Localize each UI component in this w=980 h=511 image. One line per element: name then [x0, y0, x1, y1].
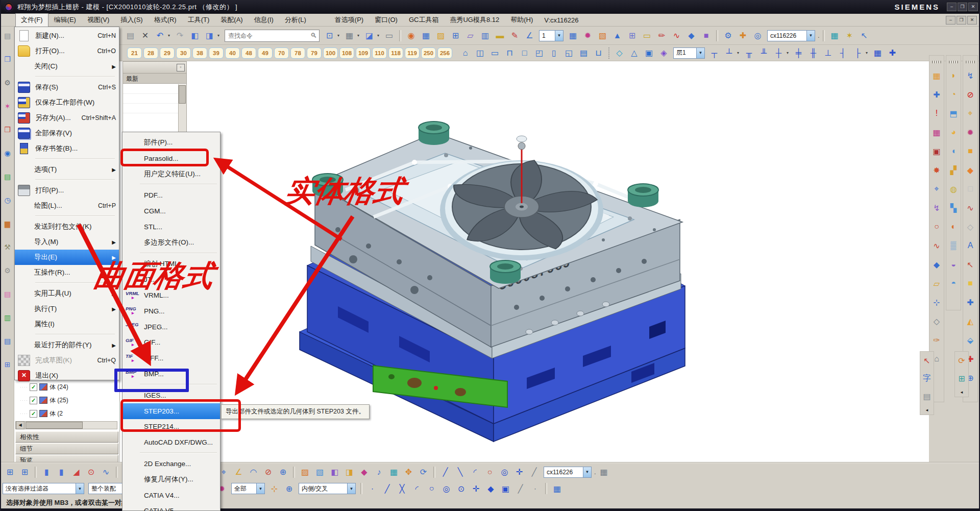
bend-icon[interactable]: ⬒	[947, 107, 960, 120]
dome-icon[interactable]: ◓	[947, 277, 960, 290]
dropdown-caret-icon[interactable]: ▾	[737, 51, 741, 55]
menu-item-7[interactable]: 装配(A)	[215, 14, 248, 26]
arc-icon[interactable]: ◜	[468, 465, 482, 479]
menu-item-3[interactable]: 视图(V)	[82, 14, 115, 26]
bounded-point-icon[interactable]: ◆	[484, 482, 498, 496]
intersect-combo[interactable]: 内侧/交叉 ▼	[299, 483, 356, 494]
file-menu-item-17[interactable]: 导入(M)▶	[15, 234, 119, 250]
cross-icon[interactable]: ✛	[512, 465, 526, 479]
close-icon[interactable]: ✕	[968, 3, 978, 11]
toolbar-options-dot[interactable]: .	[818, 32, 820, 39]
gc-stop-icon[interactable]: ┤	[836, 46, 850, 60]
layer-button-78[interactable]: 78	[290, 47, 305, 59]
file-menu-item-18[interactable]: 导出(E)▶	[15, 250, 119, 265]
ruler2-icon[interactable]: ▭	[640, 29, 654, 42]
mesh-surface-icon[interactable]: ▒	[947, 239, 960, 252]
redo-icon[interactable]: ↷	[173, 29, 187, 42]
layer-combo-caret[interactable]: ▼	[696, 48, 704, 58]
export-menu-item-20[interactable]: STEP203...	[122, 403, 220, 419]
gc-lock-icon[interactable]: ├	[851, 46, 865, 60]
rib-icon[interactable]: ▞	[947, 163, 960, 177]
file-menu-item-25[interactable]: 最近打开的部件(Y)▶	[15, 337, 119, 353]
user-id-combo[interactable]: cx116226 ▼	[767, 30, 815, 41]
plate-a-icon[interactable]: ◫	[473, 46, 487, 60]
spline-icon[interactable]: ∿	[670, 29, 683, 42]
export-menu-item-10[interactable]: 编创 HTML...	[122, 256, 220, 272]
menu-item-8[interactable]: 信息(I)	[249, 14, 279, 26]
intersection-icon[interactable]: ╳	[395, 482, 409, 496]
tile-windows-icon[interactable]: ⊞	[3, 465, 17, 479]
chamfer-icon[interactable]: ∠	[232, 465, 246, 479]
layer-button-49[interactable]: 49	[258, 47, 273, 59]
diamond-icon[interactable]: ◆	[684, 29, 698, 42]
gear-icon[interactable]: ⚙	[721, 29, 735, 42]
no-selection-icon[interactable]: ⊘	[964, 88, 977, 101]
gc-guide-icon[interactable]: ╫	[806, 46, 820, 60]
color-grid-icon[interactable]: ▦	[930, 126, 943, 139]
wire-cube-icon[interactable]: ◇	[930, 314, 943, 328]
snap-grid-icon[interactable]: ▦	[930, 69, 943, 82]
palette-list[interactable]	[123, 84, 186, 132]
quad-view-icon[interactable]: ⊞	[955, 372, 969, 385]
menu-item-6[interactable]: 工具(T)	[182, 14, 215, 26]
table-icon[interactable]: ▦	[597, 465, 611, 479]
dropdown-caret-icon[interactable]: ▾	[787, 51, 791, 55]
bottom-options-dot[interactable]: .	[594, 468, 596, 476]
selection-filter-caret[interactable]: ▼	[76, 483, 84, 494]
undo-icon[interactable]: ↶	[153, 29, 167, 42]
cool-icon[interactable]: ◇	[612, 46, 626, 60]
palette-restore-icon[interactable]: ▫	[177, 64, 185, 71]
show-part-icon[interactable]: ◧	[188, 29, 202, 42]
window-icon[interactable]: ▭	[382, 29, 396, 42]
patch-body-icon[interactable]: ▨	[298, 465, 312, 479]
louver-icon[interactable]: ▚	[947, 201, 960, 214]
gc-cross-icon[interactable]: ┼	[772, 46, 786, 60]
gc-perp-icon[interactable]: ⊥	[821, 46, 835, 60]
layout-grid-icon[interactable]: ▦	[566, 29, 580, 42]
extrude-icon[interactable]: ▮	[40, 465, 54, 479]
menu-item-9[interactable]: 分析(L)	[279, 14, 312, 26]
sketch-icon[interactable]: ✑	[930, 333, 943, 347]
settings-icon[interactable]: ⚙	[2, 77, 14, 89]
layer-button-30[interactable]: 30	[176, 47, 191, 59]
menu-item-4[interactable]: 插入(S)	[115, 14, 148, 26]
info-icon[interactable]: ◉	[2, 147, 14, 159]
file-menu-item-5[interactable]: 保存(S)Ctrl+S	[15, 80, 119, 95]
point-on-curve-icon[interactable]: ⊙	[454, 482, 468, 496]
midpoint-icon[interactable]: ╱	[380, 482, 394, 496]
process-icon[interactable]: ⚒	[2, 241, 14, 253]
dropdown-caret-icon[interactable]: ▾	[377, 33, 381, 38]
navigator-section-1[interactable]: 相依性	[15, 431, 118, 443]
toolbar-grip[interactable]	[949, 61, 958, 63]
delete-icon[interactable]: ✕	[138, 29, 152, 42]
layer-button-40[interactable]: 40	[225, 47, 240, 59]
dropdown-caret-icon[interactable]: ▾	[357, 33, 361, 38]
rotate-view-icon[interactable]: ⟳	[955, 354, 969, 368]
hole-icon[interactable]: ⊙	[84, 465, 98, 479]
export-menu-item-12[interactable]: VRMLVRML...	[122, 287, 220, 303]
export-menu-item-6[interactable]: CGM...	[122, 203, 220, 219]
cascade-windows-icon[interactable]: ⊞	[18, 465, 32, 479]
line2-icon[interactable]: ╲	[453, 465, 467, 479]
moldbase-icon[interactable]: ⌂	[458, 46, 472, 60]
palette-icon[interactable]: ✹	[581, 29, 595, 42]
internet-icon[interactable]: ▤	[2, 171, 14, 183]
file-menu-item-9[interactable]: 保存书签(B)...	[15, 141, 119, 156]
file-menu-item-6[interactable]: 仅保存工作部件(W)	[15, 95, 119, 110]
tangent-icon[interactable]: ╱	[513, 482, 527, 496]
gc-datum-icon[interactable]: ✚	[886, 46, 899, 60]
blend-icon[interactable]: ◠	[247, 465, 260, 479]
point-filter-icon[interactable]: ⌖	[964, 107, 977, 120]
spline-body-icon[interactable]: ∿	[964, 201, 977, 214]
fit-view-icon[interactable]: ⊡	[323, 29, 336, 42]
grid-icon[interactable]: ▦	[419, 29, 433, 42]
quadrant-icon[interactable]: ○	[425, 482, 438, 496]
menu-item-11[interactable]: 窗口(O)	[369, 14, 403, 26]
datum-plane-icon[interactable]: ▱	[463, 29, 477, 42]
layer-button-118[interactable]: 118	[388, 47, 403, 59]
ejector-icon[interactable]: ▯	[547, 46, 561, 60]
line-icon[interactable]: ╱	[438, 465, 452, 479]
export-menu-item-7[interactable]: STL...	[122, 219, 220, 235]
angle-icon[interactable]: ∠	[523, 29, 536, 42]
docs-icon[interactable]: ▤	[2, 335, 14, 347]
